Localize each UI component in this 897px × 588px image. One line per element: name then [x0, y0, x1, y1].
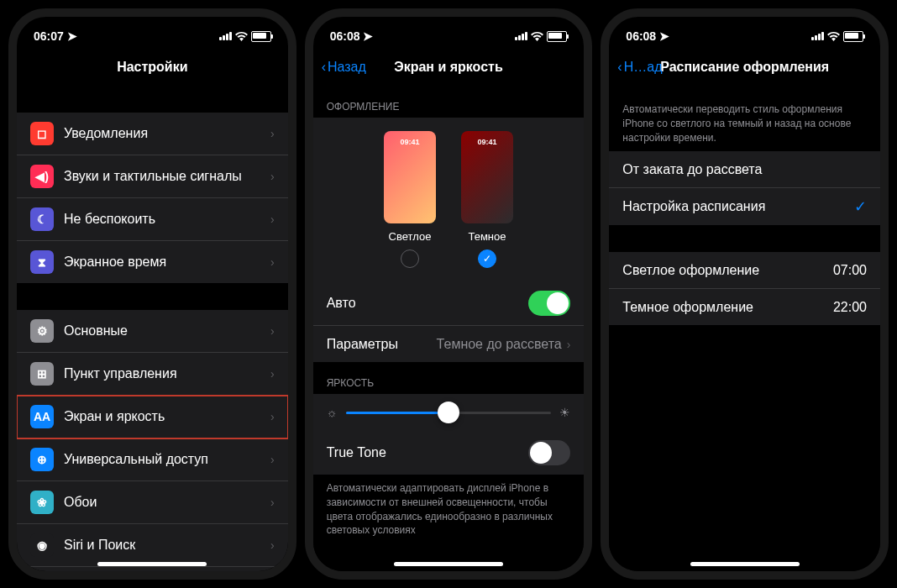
- chevron-icon: ›: [270, 410, 275, 423]
- custom-schedule-row[interactable]: Настройка расписания ✓: [609, 188, 880, 225]
- appearance-header: ОФОРМЛЕНИЕ: [313, 86, 585, 118]
- chevron-icon: ›: [567, 338, 571, 351]
- chevron-icon: ›: [270, 538, 275, 552]
- row-label: Универсальный доступ: [64, 452, 270, 467]
- row-icon: ⧗: [30, 250, 54, 274]
- options-row[interactable]: Параметры Темное до рассвета ›: [313, 326, 585, 362]
- battery-icon: [251, 31, 271, 42]
- location-icon: ➤: [363, 29, 373, 43]
- light-label: Светлое: [389, 230, 432, 243]
- options-label: Параметры: [327, 337, 437, 352]
- clock: 06:08: [330, 29, 360, 43]
- row-label: Обои: [64, 495, 270, 510]
- settings-row[interactable]: AAЭкран и яркость›: [17, 396, 288, 438]
- row-label: Экран и яркость: [64, 409, 270, 424]
- display-settings[interactable]: ОФОРМЛЕНИЕ Светлое Темное Авто Параметры…: [313, 86, 585, 571]
- options-value: Темное до рассвета: [437, 337, 562, 352]
- chevron-icon: ›: [270, 255, 275, 269]
- nav-bar: ‹ Н…ад Расписание оформления: [609, 49, 880, 86]
- settings-row[interactable]: ⧗Экранное время›: [17, 241, 288, 283]
- page-title: Экран и яркость: [394, 60, 503, 75]
- page-title: Настройки: [117, 60, 187, 75]
- truetone-footer: Автоматически адаптировать дисплей iPhon…: [313, 475, 585, 544]
- settings-row[interactable]: ◻Уведомления›: [17, 113, 288, 155]
- phone-schedule: 06:08 ➤ ‹ Н…ад Расписание оформления Авт…: [601, 8, 889, 580]
- appearance-picker: Светлое Темное: [313, 118, 585, 281]
- clock: 06:08: [626, 29, 656, 43]
- settings-row[interactable]: ❀Обои›: [17, 481, 288, 524]
- auto-row: Авто: [313, 281, 585, 326]
- row-icon: ◻: [30, 122, 54, 145]
- home-indicator[interactable]: [394, 562, 503, 566]
- row-icon: ◉: [30, 533, 54, 557]
- schedule-description: Автоматически переводить стиль оформлени…: [609, 86, 880, 151]
- battery-icon: [843, 31, 863, 42]
- row-label: Звуки и тактильные сигналы: [64, 169, 270, 184]
- dark-radio[interactable]: [478, 249, 496, 268]
- sun-low-icon: ☼: [327, 406, 338, 419]
- light-option[interactable]: Светлое: [384, 131, 436, 268]
- notch: [386, 17, 511, 38]
- chevron-icon: ›: [270, 324, 275, 338]
- page-title: Расписание оформления: [660, 60, 829, 75]
- row-label: Основные: [64, 323, 270, 339]
- settings-row[interactable]: ⚙Основные›: [17, 310, 288, 353]
- clock: 06:07: [34, 29, 64, 43]
- chevron-icon: ›: [270, 170, 275, 183]
- settings-row[interactable]: ⊞Пункт управления›: [17, 353, 288, 396]
- check-icon: ✓: [854, 197, 867, 216]
- truetone-label: True Tone: [327, 445, 529, 460]
- settings-row[interactable]: ◀)Звуки и тактильные сигналы›: [17, 155, 288, 198]
- home-indicator[interactable]: [690, 562, 800, 566]
- chevron-icon: ›: [270, 213, 275, 226]
- notch: [682, 17, 808, 38]
- signal-icon: [219, 32, 232, 40]
- truetone-row: True Tone: [313, 431, 585, 475]
- settings-list[interactable]: ◻Уведомления›◀)Звуки и тактильные сигнал…: [17, 86, 288, 571]
- back-label: Н…ад: [624, 60, 663, 75]
- dark-option[interactable]: Темное: [461, 131, 513, 268]
- home-indicator[interactable]: [97, 562, 207, 566]
- settings-row[interactable]: ⊕Универсальный доступ›: [17, 438, 288, 481]
- auto-label: Авто: [327, 296, 529, 311]
- brightness-slider-row: ☼ ☀: [313, 394, 585, 431]
- light-time-row[interactable]: Светлое оформление 07:00: [609, 252, 880, 289]
- row-label: Siri и Поиск: [64, 538, 270, 553]
- settings-row[interactable]: ◉Siri и Поиск›: [17, 524, 288, 567]
- chevron-icon: ›: [270, 496, 275, 509]
- row-icon: ⊞: [30, 362, 54, 386]
- back-button[interactable]: ‹ Назад: [322, 60, 366, 75]
- back-button[interactable]: ‹ Н…ад: [617, 60, 662, 75]
- schedule-settings[interactable]: Автоматически переводить стиль оформлени…: [609, 86, 880, 571]
- truetone-toggle[interactable]: [528, 440, 570, 465]
- custom-schedule-label: Настройка расписания: [622, 199, 854, 214]
- row-icon: ◀): [30, 165, 54, 188]
- light-preview: [384, 131, 436, 223]
- battery-icon: [547, 31, 567, 42]
- chevron-icon: ›: [270, 367, 275, 381]
- auto-toggle[interactable]: [528, 291, 570, 316]
- row-icon: ⚙: [30, 319, 54, 343]
- row-icon: ⊕: [30, 448, 54, 471]
- brightness-slider[interactable]: [346, 412, 552, 414]
- row-label: Не беспокоить: [64, 212, 270, 227]
- row-label: Пункт управления: [64, 366, 270, 381]
- light-radio[interactable]: [401, 249, 419, 268]
- sunset-sunrise-row[interactable]: От заката до рассвета: [609, 151, 880, 188]
- dark-preview: [461, 131, 513, 223]
- light-time-label: Светлое оформление: [622, 263, 833, 278]
- wifi-icon: [235, 32, 248, 41]
- phone-display-brightness: 06:08 ➤ ‹ Назад Экран и яркость ОФОРМЛЕН…: [305, 8, 593, 580]
- dark-time-row[interactable]: Темное оформление 22:00: [609, 289, 880, 325]
- chevron-icon: ›: [270, 453, 275, 466]
- light-time-value: 07:00: [833, 263, 867, 278]
- phone-settings: 06:07 ➤ Настройки ◻Уведомления›◀)Звуки и…: [8, 8, 296, 580]
- settings-row[interactable]: ☺Face ID и код-пароль›: [17, 567, 288, 571]
- row-icon: ☾: [30, 207, 54, 231]
- location-icon: ➤: [659, 29, 669, 43]
- signal-icon: [811, 32, 824, 40]
- dark-time-label: Темное оформление: [622, 300, 833, 315]
- settings-row[interactable]: ☾Не беспокоить›: [17, 198, 288, 241]
- row-label: Уведомления: [64, 126, 270, 141]
- nav-bar: Настройки: [17, 49, 288, 86]
